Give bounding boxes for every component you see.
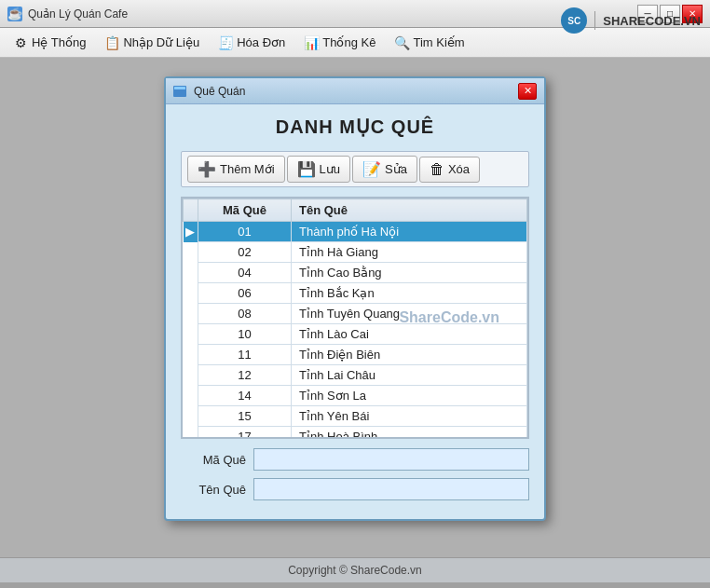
row-arrow-cell bbox=[184, 304, 198, 324]
sua-button[interactable]: 📝 Sửa bbox=[352, 156, 417, 183]
row-arrow-cell bbox=[184, 406, 198, 427]
row-ma-cell: 12 bbox=[198, 365, 292, 386]
luu-label: Lưu bbox=[320, 162, 340, 176]
ten-label: Tên Quê bbox=[181, 483, 246, 497]
them-moi-button[interactable]: ➕ Thêm Mới bbox=[187, 156, 285, 183]
nhap-du-lieu-icon: 📋 bbox=[104, 35, 119, 50]
table-row[interactable]: 02Tỉnh Hà Giang bbox=[184, 242, 527, 263]
menu-he-thong-label: Hệ Thống bbox=[32, 35, 86, 49]
table-row[interactable]: 06Tỉnh Bắc Kạn bbox=[184, 283, 527, 304]
hoa-don-icon: 🧾 bbox=[218, 35, 233, 50]
xoa-label: Xóa bbox=[448, 162, 470, 176]
row-ma-cell: 02 bbox=[198, 242, 292, 263]
dialog-window: Quê Quán ✕ DANH MỤC QUÊ ➕ Thêm Mới 💾 Lưu… bbox=[164, 76, 546, 521]
table-row[interactable]: 10Tỉnh Lào Cai bbox=[184, 324, 527, 345]
data-table-container[interactable]: ShareCode.vn Mã Quê Tên Quê ▶01Thành phố… bbox=[181, 197, 529, 439]
table-row[interactable]: 15Tỉnh Yên Bái bbox=[184, 406, 527, 427]
table-row[interactable]: ▶01Thành phố Hà Nội bbox=[184, 222, 527, 242]
dialog-title-icon bbox=[173, 85, 188, 98]
row-arrow-cell bbox=[184, 427, 198, 440]
dialog-body: DANH MỤC QUÊ ➕ Thêm Mới 💾 Lưu 📝 Sửa 🗑 X bbox=[166, 104, 544, 519]
sc-badge-icon: SC bbox=[561, 7, 587, 34]
table-row[interactable]: 14Tỉnh Sơn La bbox=[184, 386, 527, 406]
ma-form-row: Mã Quê bbox=[181, 448, 529, 471]
data-table: Mã Quê Tên Quê ▶01Thành phố Hà Nội02Tỉnh… bbox=[183, 198, 527, 439]
xoa-button[interactable]: 🗑 Xóa bbox=[419, 157, 480, 183]
row-ma-cell: 15 bbox=[198, 406, 292, 427]
luu-button[interactable]: 💾 Lưu bbox=[287, 156, 350, 183]
row-ma-cell: 17 bbox=[198, 427, 292, 440]
row-ten-cell: Tỉnh Bắc Kạn bbox=[292, 283, 527, 304]
table-row[interactable]: 08Tỉnh Tuyên Quang bbox=[184, 304, 527, 324]
tim-kiem-icon: 🔍 bbox=[394, 35, 409, 50]
luu-icon: 💾 bbox=[297, 160, 316, 178]
row-ma-cell: 10 bbox=[198, 324, 292, 345]
row-ma-cell: 04 bbox=[198, 263, 292, 283]
sua-label: Sửa bbox=[385, 162, 407, 176]
menu-thong-ke[interactable]: 📊 Thống Kê bbox=[294, 32, 385, 54]
table-body[interactable]: ▶01Thành phố Hà Nội02Tỉnh Hà Giang04Tỉnh… bbox=[184, 222, 527, 440]
main-area: Quê Quán ✕ DANH MỤC QUÊ ➕ Thêm Mới 💾 Lưu… bbox=[0, 58, 710, 582]
logo-separator bbox=[594, 11, 595, 30]
menu-hoa-don-label: Hóa Đơn bbox=[237, 35, 285, 49]
row-ten-cell: Tỉnh Hoà Bình bbox=[292, 427, 527, 440]
row-arrow-cell bbox=[184, 345, 198, 365]
row-arrow-cell bbox=[184, 263, 198, 283]
row-arrow-cell bbox=[184, 283, 198, 304]
arrow-header bbox=[184, 199, 198, 222]
table-header-row: Mã Quê Tên Quê bbox=[184, 199, 527, 222]
thong-ke-icon: 📊 bbox=[304, 35, 319, 50]
xoa-icon: 🗑 bbox=[430, 161, 444, 178]
form-section: Mã Quê Tên Quê bbox=[181, 448, 529, 500]
col-ten-header: Tên Quê bbox=[292, 199, 527, 222]
row-arrow-cell bbox=[184, 324, 198, 345]
dialog-close-button[interactable]: ✕ bbox=[518, 83, 537, 100]
menu-thong-ke-label: Thống Kê bbox=[322, 35, 375, 49]
row-ma-cell: 01 bbox=[198, 222, 292, 242]
row-arrow-cell bbox=[184, 242, 198, 263]
menu-hoa-don[interactable]: 🧾 Hóa Đơn bbox=[209, 32, 294, 54]
them-moi-icon: ➕ bbox=[198, 160, 216, 178]
row-ma-cell: 08 bbox=[198, 304, 292, 324]
row-arrow-cell bbox=[184, 365, 198, 386]
row-ten-cell: Tỉnh Lào Cai bbox=[292, 324, 527, 345]
footer: Copyright © ShareCode.vn bbox=[0, 557, 710, 582]
row-ma-cell: 11 bbox=[198, 345, 292, 365]
sc-text: SHARECODE.VN bbox=[603, 14, 701, 28]
menu-tim-kiem[interactable]: 🔍 Tim Kiếm bbox=[385, 32, 473, 54]
app-icon: ☕ bbox=[7, 7, 22, 21]
row-arrow-cell: ▶ bbox=[184, 222, 198, 242]
menu-nhap-du-lieu[interactable]: 📋 Nhập Dữ Liệu bbox=[95, 32, 209, 54]
row-ten-cell: Tỉnh Tuyên Quang bbox=[292, 304, 527, 324]
ma-input[interactable] bbox=[253, 448, 529, 471]
row-ten-cell: Thành phố Hà Nội bbox=[292, 222, 527, 242]
menu-nhap-du-lieu-label: Nhập Dữ Liệu bbox=[123, 35, 199, 49]
table-row[interactable]: 17Tỉnh Hoà Bình bbox=[184, 427, 527, 440]
app-title: Quản Lý Quán Cafe bbox=[28, 7, 637, 21]
ten-form-row: Tên Quê bbox=[181, 478, 529, 500]
them-moi-label: Thêm Mới bbox=[220, 162, 275, 176]
ten-input[interactable] bbox=[253, 478, 529, 500]
table-row[interactable]: 12Tỉnh Lai Châu bbox=[184, 365, 527, 386]
row-ten-cell: Tỉnh Sơn La bbox=[292, 386, 527, 406]
menu-he-thong[interactable]: ⚙ Hệ Thống bbox=[4, 32, 95, 54]
row-ten-cell: Tỉnh Điện Biên bbox=[292, 345, 527, 365]
row-ten-cell: Tỉnh Cao Bằng bbox=[292, 263, 527, 283]
svg-rect-1 bbox=[174, 87, 185, 89]
row-ma-cell: 06 bbox=[198, 283, 292, 304]
ma-label: Mã Quê bbox=[181, 453, 246, 467]
row-ten-cell: Tỉnh Hà Giang bbox=[292, 242, 527, 263]
he-thong-icon: ⚙ bbox=[13, 35, 28, 50]
sharecode-logo: SC SHARECODE.VN bbox=[561, 7, 701, 34]
toolbar: ➕ Thêm Mới 💾 Lưu 📝 Sửa 🗑 Xóa bbox=[181, 151, 529, 187]
page-title: DANH MỤC QUÊ bbox=[181, 116, 529, 138]
menu-tim-kiem-label: Tim Kiếm bbox=[413, 35, 464, 49]
table-row[interactable]: 04Tỉnh Cao Bằng bbox=[184, 263, 527, 283]
row-ten-cell: Tỉnh Yên Bái bbox=[292, 406, 527, 427]
dialog-title-bar: Quê Quán ✕ bbox=[166, 78, 544, 104]
dialog-title-text: Quê Quán bbox=[194, 85, 518, 98]
table-row[interactable]: 11Tỉnh Điện Biên bbox=[184, 345, 527, 365]
row-arrow-cell bbox=[184, 386, 198, 406]
row-ten-cell: Tỉnh Lai Châu bbox=[292, 365, 527, 386]
row-ma-cell: 14 bbox=[198, 386, 292, 406]
